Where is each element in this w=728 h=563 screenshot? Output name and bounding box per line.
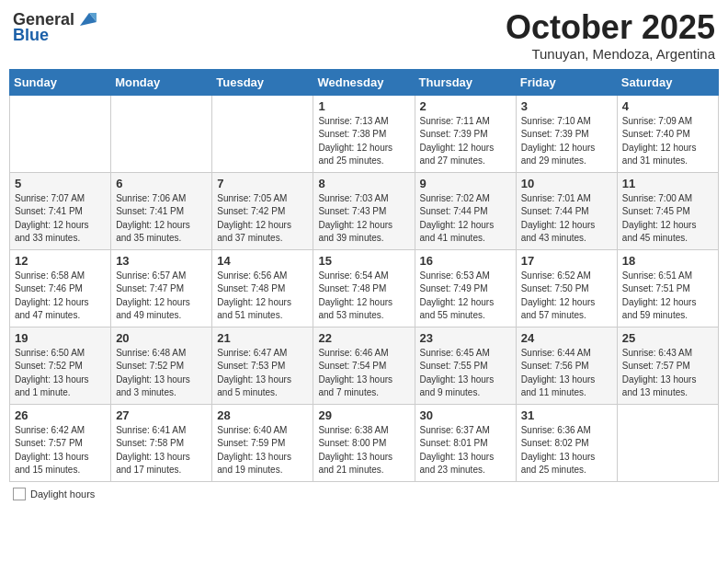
day-cell: 9Sunrise: 7:02 AM Sunset: 7:44 PM Daylig… [415, 172, 516, 249]
day-number: 9 [420, 177, 511, 190]
day-cell [212, 95, 313, 172]
day-info: Sunrise: 6:56 AM Sunset: 7:48 PM Dayligh… [217, 270, 308, 323]
week-row-2: 5Sunrise: 7:07 AM Sunset: 7:41 PM Daylig… [10, 172, 719, 249]
day-number: 25 [622, 331, 713, 345]
day-cell: 13Sunrise: 6:57 AM Sunset: 7:47 PM Dayli… [111, 249, 212, 327]
day-cell: 16Sunrise: 6:53 AM Sunset: 7:49 PM Dayli… [415, 249, 516, 327]
weekday-header-saturday: Saturday [617, 69, 718, 95]
calendar-table: SundayMondayTuesdayWednesdayThursdayFrid… [9, 69, 719, 482]
day-cell: 2Sunrise: 7:11 AM Sunset: 7:39 PM Daylig… [415, 95, 516, 172]
day-number: 3 [521, 99, 612, 113]
day-cell: 19Sunrise: 6:50 AM Sunset: 7:52 PM Dayli… [10, 327, 111, 404]
day-info: Sunrise: 6:47 AM Sunset: 7:53 PM Dayligh… [217, 347, 308, 400]
day-cell: 4Sunrise: 7:09 AM Sunset: 7:40 PM Daylig… [617, 95, 718, 172]
day-number: 10 [521, 177, 612, 190]
week-row-5: 26Sunrise: 6:42 AM Sunset: 7:57 PM Dayli… [10, 404, 719, 481]
day-cell: 28Sunrise: 6:40 AM Sunset: 7:59 PM Dayli… [212, 404, 313, 481]
weekday-header-thursday: Thursday [415, 69, 516, 95]
day-cell: 24Sunrise: 6:44 AM Sunset: 7:56 PM Dayli… [516, 327, 617, 404]
day-info: Sunrise: 6:45 AM Sunset: 7:55 PM Dayligh… [420, 347, 511, 400]
day-number: 23 [420, 331, 511, 345]
day-cell [10, 95, 111, 172]
day-info: Sunrise: 6:38 AM Sunset: 8:00 PM Dayligh… [318, 424, 409, 477]
day-number: 13 [116, 254, 207, 268]
weekday-header-friday: Friday [516, 69, 617, 95]
day-info: Sunrise: 6:36 AM Sunset: 8:02 PM Dayligh… [521, 424, 612, 477]
day-info: Sunrise: 6:52 AM Sunset: 7:50 PM Dayligh… [521, 270, 612, 323]
day-info: Sunrise: 6:44 AM Sunset: 7:56 PM Dayligh… [521, 347, 612, 400]
day-info: Sunrise: 6:43 AM Sunset: 7:57 PM Dayligh… [622, 347, 713, 400]
day-info: Sunrise: 7:05 AM Sunset: 7:42 PM Dayligh… [217, 192, 308, 246]
day-info: Sunrise: 6:54 AM Sunset: 7:48 PM Dayligh… [318, 270, 409, 323]
day-number: 6 [116, 177, 207, 190]
day-number: 15 [318, 254, 409, 268]
day-info: Sunrise: 7:10 AM Sunset: 7:39 PM Dayligh… [521, 115, 612, 168]
day-info: Sunrise: 6:57 AM Sunset: 7:47 PM Dayligh… [116, 270, 207, 323]
day-info: Sunrise: 6:40 AM Sunset: 7:59 PM Dayligh… [217, 424, 308, 477]
day-cell: 26Sunrise: 6:42 AM Sunset: 7:57 PM Dayli… [10, 404, 111, 481]
day-info: Sunrise: 6:50 AM Sunset: 7:52 PM Dayligh… [15, 347, 106, 400]
day-number: 20 [116, 331, 207, 345]
day-number: 5 [15, 177, 106, 190]
day-cell: 25Sunrise: 6:43 AM Sunset: 7:57 PM Dayli… [617, 327, 718, 404]
day-info: Sunrise: 6:37 AM Sunset: 8:01 PM Dayligh… [420, 424, 511, 477]
month-title: October 2025 [506, 9, 715, 46]
day-cell: 30Sunrise: 6:37 AM Sunset: 8:01 PM Dayli… [415, 404, 516, 481]
day-info: Sunrise: 7:07 AM Sunset: 7:41 PM Dayligh… [15, 192, 106, 246]
day-cell: 31Sunrise: 6:36 AM Sunset: 8:02 PM Dayli… [516, 404, 617, 481]
weekday-header-monday: Monday [111, 69, 212, 95]
day-cell: 17Sunrise: 6:52 AM Sunset: 7:50 PM Dayli… [516, 249, 617, 327]
location-title: Tunuyan, Mendoza, Argentina [506, 46, 715, 62]
day-cell: 8Sunrise: 7:03 AM Sunset: 7:43 PM Daylig… [313, 172, 415, 249]
day-cell: 6Sunrise: 7:06 AM Sunset: 7:41 PM Daylig… [111, 172, 212, 249]
day-number: 19 [15, 331, 106, 345]
day-info: Sunrise: 7:11 AM Sunset: 7:39 PM Dayligh… [420, 115, 511, 168]
day-info: Sunrise: 6:41 AM Sunset: 7:58 PM Dayligh… [116, 424, 207, 477]
day-number: 7 [217, 177, 308, 190]
day-info: Sunrise: 7:06 AM Sunset: 7:41 PM Dayligh… [116, 192, 207, 246]
page-header: General Blue October 2025 Tunuyan, Mendo… [9, 9, 719, 62]
day-number: 26 [15, 408, 106, 422]
day-info: Sunrise: 6:53 AM Sunset: 7:49 PM Dayligh… [420, 270, 511, 323]
day-number: 16 [420, 254, 511, 268]
day-cell: 1Sunrise: 7:13 AM Sunset: 7:38 PM Daylig… [313, 95, 415, 172]
logo-blue: Blue [13, 26, 49, 45]
day-number: 2 [420, 99, 511, 113]
day-number: 30 [420, 408, 511, 422]
day-cell: 3Sunrise: 7:10 AM Sunset: 7:39 PM Daylig… [516, 95, 617, 172]
week-row-4: 19Sunrise: 6:50 AM Sunset: 7:52 PM Dayli… [10, 327, 719, 404]
day-cell: 15Sunrise: 6:54 AM Sunset: 7:48 PM Dayli… [313, 249, 415, 327]
day-cell: 22Sunrise: 6:46 AM Sunset: 7:54 PM Dayli… [313, 327, 415, 404]
footer-label: Daylight hours [30, 488, 95, 500]
day-cell: 29Sunrise: 6:38 AM Sunset: 8:00 PM Dayli… [313, 404, 415, 481]
day-number: 29 [318, 408, 409, 422]
day-cell [617, 404, 718, 481]
weekday-header-row: SundayMondayTuesdayWednesdayThursdayFrid… [10, 69, 719, 95]
day-cell: 18Sunrise: 6:51 AM Sunset: 7:51 PM Dayli… [617, 249, 718, 327]
weekday-header-wednesday: Wednesday [313, 69, 415, 95]
day-info: Sunrise: 7:01 AM Sunset: 7:44 PM Dayligh… [521, 192, 612, 246]
day-cell [111, 95, 212, 172]
day-number: 17 [521, 254, 612, 268]
day-info: Sunrise: 7:03 AM Sunset: 7:43 PM Dayligh… [318, 192, 409, 246]
day-info: Sunrise: 7:09 AM Sunset: 7:40 PM Dayligh… [622, 115, 713, 168]
day-number: 27 [116, 408, 207, 422]
day-info: Sunrise: 6:58 AM Sunset: 7:46 PM Dayligh… [15, 270, 106, 323]
day-cell: 23Sunrise: 6:45 AM Sunset: 7:55 PM Dayli… [415, 327, 516, 404]
day-cell: 21Sunrise: 6:47 AM Sunset: 7:53 PM Dayli… [212, 327, 313, 404]
day-number: 8 [318, 177, 409, 190]
day-cell: 14Sunrise: 6:56 AM Sunset: 7:48 PM Dayli… [212, 249, 313, 327]
day-info: Sunrise: 6:46 AM Sunset: 7:54 PM Dayligh… [318, 347, 409, 400]
day-cell: 7Sunrise: 7:05 AM Sunset: 7:42 PM Daylig… [212, 172, 313, 249]
week-row-1: 1Sunrise: 7:13 AM Sunset: 7:38 PM Daylig… [10, 95, 719, 172]
title-block: October 2025 Tunuyan, Mendoza, Argentina [506, 9, 715, 62]
day-info: Sunrise: 6:42 AM Sunset: 7:57 PM Dayligh… [15, 424, 106, 477]
day-cell: 10Sunrise: 7:01 AM Sunset: 7:44 PM Dayli… [516, 172, 617, 249]
day-info: Sunrise: 7:00 AM Sunset: 7:45 PM Dayligh… [622, 192, 713, 246]
logo-icon [76, 9, 97, 29]
weekday-header-tuesday: Tuesday [212, 69, 313, 95]
day-cell: 11Sunrise: 7:00 AM Sunset: 7:45 PM Dayli… [617, 172, 718, 249]
day-info: Sunrise: 6:51 AM Sunset: 7:51 PM Dayligh… [622, 270, 713, 323]
day-cell: 12Sunrise: 6:58 AM Sunset: 7:46 PM Dayli… [10, 249, 111, 327]
logo: General Blue [13, 9, 97, 45]
